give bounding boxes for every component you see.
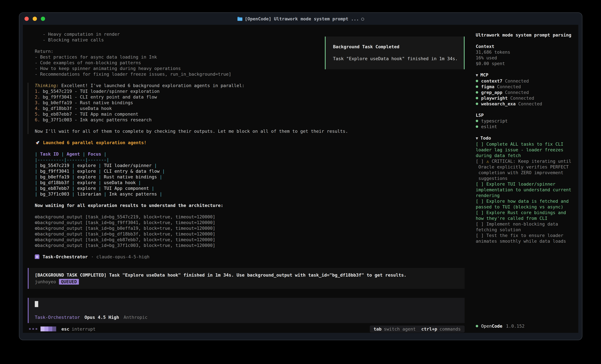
ctrlp-key: ctrl+p	[421, 326, 437, 332]
input-provider-name: Anthropic	[124, 315, 148, 320]
table-row: | bg_df18bb3f | explore | useData hook |	[35, 180, 467, 185]
text-cursor	[35, 301, 38, 307]
minimize-button[interactable]	[33, 17, 37, 21]
context-stats: 31,686 tokens16% used$0.00 spent	[476, 49, 577, 66]
background-task-completed-message: [BACKGROUND TASK COMPLETED] Task "Explor…	[28, 268, 465, 289]
tool-call-line: ⚙background_output [task_id=bg_df18bb3f,…	[28, 231, 467, 237]
thinking-outro: Now I'll wait for all of them to complet…	[35, 128, 467, 134]
context-heading: Context	[476, 44, 577, 49]
tab-key: tab	[374, 326, 382, 332]
gear-icon: ⚙	[35, 243, 37, 248]
main-column: - Heavy computation in render - Blocking…	[23, 25, 467, 333]
todo-item: [ ] ⚠ CRITICAL: Keep iterating until Ora…	[476, 158, 577, 181]
agent-list-item: 5. bg_eb87ebb7 - TUI App main component	[35, 111, 467, 117]
context-stat-line: 31,686 tokens	[476, 49, 577, 55]
mcp-list: context7ConnectedfigmaConnectedgrep_appC…	[476, 78, 577, 107]
esc-hint: esc interrupt	[61, 326, 96, 332]
mcp-item: websearch_exaConnected	[476, 101, 577, 107]
tool-call-line: ⚙background_output [task_id=bg_5547c219,…	[28, 214, 467, 220]
green-status-dot-icon	[476, 125, 478, 128]
agent-list-item: 4. bg_df18bb3f - useData hook	[35, 105, 467, 111]
agent-avatar-icon	[35, 254, 39, 259]
tool-call-line: ⚙background_output [task_id=bg_b0effa19,…	[28, 225, 467, 231]
table-row: | bg_5547c219 | explore | TUI loader/spi…	[35, 163, 467, 168]
app-version: 1.0.152	[506, 323, 525, 329]
folder-icon	[237, 17, 242, 21]
tool-call-line: ⚙background_output [task_id=bg_f9ff3041,…	[28, 220, 467, 225]
title-bar: [OpenCode] Ultrawork mode system prompt …	[19, 13, 582, 25]
esc-key: esc	[61, 326, 70, 332]
lsp-item: typescript	[476, 118, 577, 124]
table-row: | bg_f9ff3041 | explore | CLI entry & da…	[35, 168, 467, 174]
context-section: Context 31,686 tokens16% used$0.00 spent	[476, 44, 577, 66]
toast-body: Task "Explore useData hook" finished in …	[333, 56, 457, 61]
launch-announcement: Launched 6 parallel exploration agents!	[28, 140, 467, 145]
gear-icon: ⚙	[35, 226, 37, 231]
sidebar: Ultrawork mode system prompt parsing Con…	[472, 25, 578, 333]
close-button[interactable]	[24, 17, 29, 21]
todo-item: [ ] Test the fix to ensure loader animat…	[476, 232, 577, 244]
status-bar: esc interrupt tab switch agent ctrl+p co…	[28, 325, 465, 333]
todo-item: [ ] Implement non-blocking data fetching…	[476, 221, 577, 232]
title-status-circle-icon: ○	[361, 16, 364, 22]
tool-call-line: ⚙background_output [task_id=bg_eb87ebb7,…	[28, 237, 467, 242]
busy-spinner	[28, 326, 56, 331]
gear-icon: ⚙	[35, 237, 37, 242]
input-agent-name: Task-Orchestrator	[35, 315, 80, 320]
warning-icon: ⚠	[486, 159, 492, 164]
green-status-dot-icon	[476, 80, 478, 82]
todo-section: ▼Todo [ ] Complete ALL tasks to fix CLI …	[476, 135, 577, 244]
waiting-line: Now waiting for all exploration results …	[28, 202, 467, 208]
agent-selector[interactable]: Task-Orchestrator Opus 4.5 High Anthropi…	[35, 315, 460, 320]
launch-text: Launched 6 parallel exploration agents!	[43, 140, 147, 145]
context-stat-line: $0.00 spent	[476, 61, 577, 66]
zoom-button[interactable]	[41, 17, 45, 21]
todo-heading[interactable]: ▼Todo	[476, 135, 577, 141]
lsp-item: eslint	[476, 124, 577, 129]
lsp-section: LSP typescripteslint	[476, 112, 577, 129]
agents-table: | Task ID | Agent | Focus ||----------|-…	[28, 151, 467, 197]
tool-result-line: - Heavy computation in render	[35, 31, 467, 37]
gear-icon: ⚙	[35, 231, 37, 237]
chevron-down-icon: ▼	[476, 73, 478, 77]
gear-icon: ⚙	[35, 214, 37, 219]
completed-message-text: [BACKGROUND TASK COMPLETED] Task "Explor…	[35, 272, 460, 278]
username: junhoyeo	[35, 279, 56, 285]
background-task-toast[interactable]: Background Task Completed Task "Explore …	[325, 37, 465, 69]
tool-call-line: ⚙background_output [task_id=bg_37f1c003,…	[28, 242, 467, 248]
todo-item: [ ] Explore Rust core bindings and how t…	[476, 210, 577, 221]
table-row: | bg_eb87ebb7 | explore | TUI App compon…	[35, 185, 467, 191]
orchestrator-name: Task-Orchestrator	[43, 254, 88, 259]
todo-item: [ ] Explore how data is fetched and pass…	[476, 198, 577, 210]
prompt-input[interactable]: Task-Orchestrator Opus 4.5 High Anthropi…	[28, 298, 465, 323]
mcp-item: playwrightConnected	[476, 95, 577, 101]
context-stat-line: 16% used	[476, 55, 577, 61]
lsp-heading: LSP	[476, 112, 577, 118]
online-status-dot	[476, 325, 478, 327]
table-header-row: | Task ID | Agent | Focus |	[35, 151, 467, 157]
lsp-list: typescripteslint	[476, 118, 577, 129]
todo-item: [ ] Explore TUI loader/spinner implement…	[476, 181, 577, 198]
green-status-dot-icon	[476, 91, 478, 94]
gear-icon: ⚙	[35, 220, 37, 225]
table-row: | bg_b0effa19 | explore | Rust native bi…	[35, 174, 467, 180]
orchestrator-model: · claude-opus-4-5-high	[91, 254, 150, 259]
window-title: [OpenCode] Ultrawork mode system prompt …	[237, 16, 364, 22]
mcp-item: grep_appConnected	[476, 89, 577, 95]
green-status-dot-icon	[476, 120, 478, 122]
queued-badge: QUEUED	[59, 279, 79, 285]
mcp-item: context7Connected	[476, 78, 577, 84]
green-status-dot-icon	[476, 86, 478, 88]
mcp-section: ▼MCP context7ConnectedfigmaConnectedgrep…	[476, 72, 577, 107]
thinking-intro: Thinking: Excellent! I've launched 6 bac…	[35, 83, 467, 88]
window-title-text: [OpenCode] Ultrawork mode system prompt …	[245, 16, 359, 22]
agent-list-item: 3. bg_b0effa19 - Rust native bindings	[35, 100, 467, 105]
content-panel: - Heavy computation in render - Blocking…	[23, 25, 578, 333]
orchestrator-line: Task-Orchestrator · claude-opus-4-5-high	[28, 254, 467, 259]
mcp-heading[interactable]: ▼MCP	[476, 72, 577, 78]
keybind-hints: tab switch agent ctrl+p commands	[370, 326, 465, 333]
green-status-dot-icon	[476, 103, 478, 105]
agent-list-item: 1. bg_5547c219 - TUI loader/spinner expl…	[35, 88, 467, 94]
traffic-lights	[24, 13, 45, 25]
todo-list: [ ] Complete ALL tasks to fix CLI loader…	[476, 141, 577, 244]
